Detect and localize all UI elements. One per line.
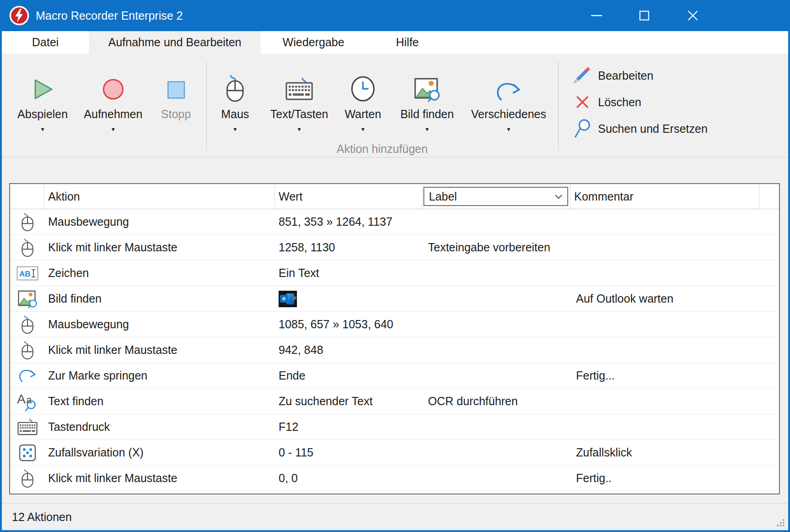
label-filter-dropdown[interactable]: Label [423, 187, 568, 206]
tab-hilfe[interactable]: Hilfe [366, 31, 449, 54]
resize-grip[interactable] [776, 518, 785, 527]
tab-wiedergabe[interactable]: Wiedergabe [261, 31, 366, 54]
action-icon-cell: A a [10, 389, 44, 414]
action-cell: Mausbewegung [44, 312, 275, 337]
comment-cell [571, 312, 759, 337]
dropdown-arrow-icon: ▾ [41, 126, 44, 132]
label-cell [422, 312, 571, 337]
mouse-icon [20, 238, 35, 257]
extra-cell [759, 440, 779, 465]
label-cell [422, 209, 571, 234]
value-cell: Ende [275, 363, 422, 388]
dropdown-arrow-icon: ▾ [233, 126, 236, 132]
record-button[interactable]: Aufnehmen ▾ [77, 60, 150, 132]
extra-cell [759, 261, 779, 286]
extra-cell [759, 466, 779, 491]
value-cell: 0, 0 [275, 466, 422, 491]
ribbon-group-caption: Aktion hinzufügen [206, 142, 558, 156]
value-cell: 1258, 1130 [275, 235, 422, 260]
tab-datei[interactable]: Datei [2, 31, 89, 54]
play-icon [30, 60, 55, 102]
extra-cell [759, 363, 779, 388]
action-cell: Klick mit linker Maustaste [44, 235, 275, 260]
stop-button[interactable]: Stopp [151, 60, 201, 121]
extra-cell [759, 312, 779, 337]
minimize-button[interactable] [573, 0, 620, 31]
table-row[interactable]: AB Zeichen Ein Text [10, 261, 779, 286]
play-button[interactable]: Abspielen ▾ [8, 60, 77, 132]
action-cell: Klick mit linker Maustaste [44, 337, 275, 363]
pencil-icon [573, 66, 592, 85]
dice-icon [19, 444, 36, 461]
value-cell: 0 - 115 [275, 440, 422, 465]
redo-arrow-icon [496, 60, 521, 102]
label-cell [422, 466, 571, 491]
app-logo-icon [9, 5, 29, 26]
misc-action-button[interactable]: Verschiedenes ▾ [463, 60, 554, 132]
action-cell: Tastendruck [44, 414, 275, 440]
table-row[interactable]: Tastendruck F12 [10, 414, 779, 440]
wait-action-button[interactable]: Warten ▾ [331, 60, 395, 132]
ribbon: Abspielen ▾ Aufnehmen ▾ Stopp [2, 54, 788, 157]
extra-cell [759, 209, 779, 234]
ribbon-divider [558, 62, 559, 151]
mouse-action-button[interactable]: Maus ▾ [208, 60, 263, 132]
value-cell: 1085, 657 » 1053, 640 [275, 312, 422, 337]
statusbar: 12 Aktionen [2, 503, 788, 530]
mouse-icon [224, 60, 247, 102]
search-icon [573, 119, 592, 139]
find-image-action-button[interactable]: Bild finden ▾ [388, 60, 466, 132]
maximize-button[interactable] [620, 0, 668, 31]
table-row[interactable]: Klick mit linker Maustaste 1258, 1130 Te… [10, 235, 779, 261]
find-image-icon [17, 289, 38, 309]
action-icon-cell [10, 286, 44, 311]
text-keys-action-button[interactable]: Text/Tasten ▾ [258, 60, 340, 132]
window-title: Macro Recorder Enterprise 2 [36, 9, 183, 22]
value-cell: 851, 353 » 1264, 1137 [275, 209, 422, 234]
table-row[interactable]: Klick mit linker Maustaste 0, 0 Fertig.. [10, 466, 779, 491]
table-row[interactable]: Bild finden o P Auf Outlook warten [10, 286, 779, 312]
action-cell: Zufallsvariation (X) [44, 440, 275, 465]
close-button[interactable] [669, 0, 717, 31]
table-row[interactable]: Zufallsvariation (X) 0 - 115 Zufallsklic… [10, 440, 779, 466]
extra-cell [759, 235, 779, 260]
value-cell: Zu suchender Text [275, 389, 422, 414]
table-row[interactable]: Mausbewegung 851, 353 » 1264, 1137 [10, 209, 779, 235]
value-cell: Ein Text [275, 261, 422, 286]
maximize-icon [639, 11, 649, 21]
extra-cell [759, 337, 779, 363]
action-icon-cell [10, 440, 44, 465]
extra-cell [759, 414, 779, 440]
mouse-icon [20, 341, 35, 360]
label-cell [422, 337, 571, 363]
app-window: Macro Recorder Enterprise 2 Datei Aufnah… [0, 0, 790, 532]
table-row[interactable]: A a Text finden Zu suchender Text OCR du… [10, 389, 779, 414]
table-row[interactable]: Zur Marke springen Ende Fertig... [10, 363, 779, 389]
record-icon [100, 60, 126, 102]
action-cell: Mausbewegung [44, 209, 275, 234]
table-row[interactable]: Klick mit linker Maustaste 942, 848 [10, 337, 779, 363]
action-cell: Text finden [44, 389, 275, 414]
column-header-kommentar: Kommentar [571, 184, 759, 209]
outlook-screenshot-thumbnail: o P [279, 291, 297, 307]
mouse-icon [20, 212, 35, 232]
column-header-wert: Wert [275, 184, 422, 209]
delete-button[interactable]: Löschen [573, 92, 642, 112]
ribbon-divider [206, 62, 207, 151]
search-replace-button[interactable]: Suchen und Ersetzen [573, 119, 708, 139]
action-count: 12 Aktionen [12, 510, 72, 524]
dropdown-arrow-icon: ▾ [361, 126, 364, 132]
table-row[interactable]: Mausbewegung 1085, 657 » 1053, 640 [10, 312, 779, 337]
svg-text:A: A [17, 392, 26, 406]
content-area: Aktion Wert Label Kommentar Mausbewegung… [2, 157, 788, 530]
value-cell: o P [275, 286, 422, 311]
extra-cell [759, 389, 779, 414]
clock-icon [350, 60, 376, 102]
comment-cell [571, 261, 759, 286]
label-cell [422, 363, 571, 388]
macro-actions-table: Aktion Wert Label Kommentar Mausbewegung… [9, 183, 780, 494]
tab-aufnahme-und-bearbeiten[interactable]: Aufnahme und Bearbeiten [89, 31, 261, 54]
menu-tabbar: Datei Aufnahme und Bearbeiten Wiedergabe… [2, 31, 788, 54]
edit-button[interactable]: Bearbeiten [573, 65, 653, 86]
jump-to-label-icon [18, 369, 37, 383]
